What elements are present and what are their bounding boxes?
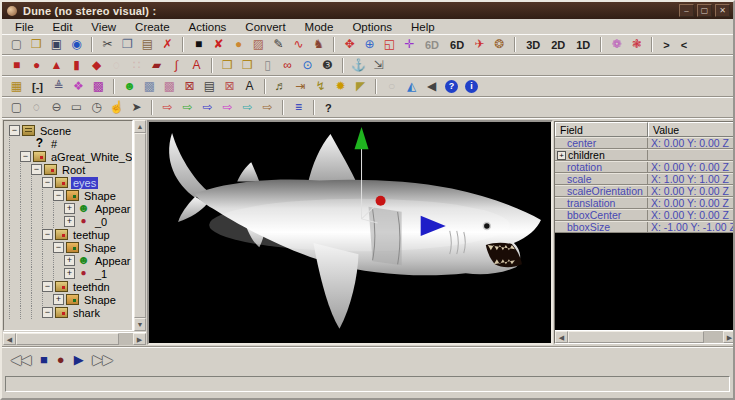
tree-expander[interactable]: −: [31, 164, 42, 175]
background-node-button[interactable]: ◭: [402, 78, 421, 95]
fast-forward-button[interactable]: ▶▶: [93, 350, 113, 370]
color-interpolator-button[interactable]: ⇨: [198, 99, 217, 116]
tree-label[interactable]: eyes: [71, 177, 98, 189]
cut-routes-button[interactable]: ✘: [209, 36, 228, 53]
elevation-grid-button[interactable]: ▰: [147, 57, 166, 74]
tree-label[interactable]: shark: [71, 307, 102, 319]
tree-label[interactable]: Shape: [82, 190, 118, 202]
audio-clip-button[interactable]: ⇥: [291, 78, 310, 95]
rewind-button[interactable]: ◀◀: [11, 350, 31, 370]
minimize-button[interactable]: –: [679, 4, 694, 17]
menu-options[interactable]: Options: [343, 21, 402, 33]
point-set-button[interactable]: ∷: [127, 57, 146, 74]
delete-button[interactable]: ✗: [158, 36, 177, 53]
collision-node-button[interactable]: ∞: [278, 57, 297, 74]
tree-node-#[interactable]: ?#: [4, 137, 132, 150]
field-name[interactable]: scale: [555, 174, 648, 184]
tree-expander[interactable]: −: [42, 281, 53, 292]
tree-label[interactable]: Appear: [93, 203, 132, 215]
normal-interpolator-button[interactable]: ⇨: [258, 99, 277, 116]
field-row-rotation[interactable]: rotationX: 0.00 Y: 0.00 Z: [555, 161, 733, 173]
point-light-button[interactable]: ✹: [331, 78, 350, 95]
scrollbar-thumb[interactable]: [568, 331, 704, 343]
field-row-center[interactable]: centerX: 0.00 Y: 0.00 Z: [555, 137, 733, 149]
pixel-texture-button[interactable]: [-]: [27, 81, 48, 93]
view-2d-button[interactable]: 2D: [546, 39, 570, 51]
tree-node-appear[interactable]: +☻Appear: [4, 202, 132, 215]
prev-selection-button[interactable]: <: [676, 39, 692, 51]
unselect-button[interactable]: ■: [189, 36, 208, 53]
cut-button[interactable]: ✂: [98, 36, 117, 53]
texture-cycle-button[interactable]: ❃: [627, 36, 646, 53]
title-bar[interactable]: Dune (no stereo visual) : – ▢ ✕: [2, 2, 733, 19]
open-file-button[interactable]: ❒: [27, 36, 46, 53]
lod-node-button[interactable]: ⊙: [298, 57, 317, 74]
tree-node-shape[interactable]: −Shape: [4, 241, 132, 254]
scroll-right-button[interactable]: ▶: [133, 333, 146, 345]
field-row-scale[interactable]: scaleX: 1.00 Y: 1.00 Z: [555, 173, 733, 185]
extrusion-button[interactable]: ∫: [167, 57, 186, 74]
dodecahedron-node-button[interactable]: ◆: [87, 57, 106, 74]
paste-button[interactable]: ▤: [138, 36, 157, 53]
tree-expander[interactable]: +: [64, 203, 75, 214]
field-row-children[interactable]: +children: [555, 149, 733, 161]
close-button[interactable]: ✕: [715, 4, 730, 17]
info-ball-button[interactable]: i: [465, 80, 478, 93]
field-value[interactable]: X: 1.00 Y: 1.00 Z: [648, 174, 733, 184]
tree-label[interactable]: Shape: [82, 242, 118, 254]
field-value[interactable]: X: -1.00 Y: -1.00 Z: [648, 222, 733, 232]
proximity-sensor-button[interactable]: ▢: [7, 99, 26, 116]
drag-sensor-button[interactable]: ➤: [127, 99, 146, 116]
transform-node-button[interactable]: ❒: [238, 57, 257, 74]
field-name[interactable]: scaleOrientation: [555, 186, 648, 196]
tree-expander[interactable]: −: [42, 177, 53, 188]
viewport-canvas[interactable]: [149, 122, 551, 343]
tree-label[interactable]: Shape: [82, 294, 118, 306]
tree-node-appear[interactable]: +☻Appear: [4, 254, 132, 267]
sound-node-button[interactable]: ♬: [271, 78, 290, 95]
value-column-header[interactable]: Value: [648, 122, 733, 137]
tree-node-shape[interactable]: +Shape: [4, 293, 132, 306]
menu-mode[interactable]: Mode: [296, 21, 344, 33]
texture-coordinate-button[interactable]: ▩: [140, 78, 159, 95]
billboard-node-button[interactable]: ▯: [258, 57, 277, 74]
switch-node-button[interactable]: ❸: [318, 57, 337, 74]
tree-label[interactable]: Appear: [93, 255, 132, 267]
tree-label[interactable]: teethup: [71, 229, 112, 241]
box-node-button[interactable]: ■: [7, 57, 26, 74]
cylinder-node-button[interactable]: ▮: [67, 57, 86, 74]
y-axis-arrow[interactable]: [355, 127, 369, 149]
scale-mode-button[interactable]: ◱: [380, 36, 399, 53]
spot-light-button[interactable]: ◤: [351, 78, 370, 95]
field-name[interactable]: bboxCenter: [555, 210, 648, 220]
tree-expander[interactable]: −: [20, 151, 31, 162]
menu-convert[interactable]: Convert: [236, 21, 295, 33]
group-node-button[interactable]: ❒: [218, 57, 237, 74]
nurbs-sphere-button[interactable]: ◌: [107, 57, 126, 74]
tree-expander[interactable]: +: [64, 255, 75, 266]
navigation-info-button[interactable]: ◀: [422, 78, 441, 95]
shark-model[interactable]: [169, 133, 541, 329]
cubemap-texture-button[interactable]: ▩: [160, 78, 179, 95]
field-value[interactable]: X: 0.00 Y: 0.00 Z: [648, 210, 733, 220]
stop-button[interactable]: ■: [40, 350, 48, 370]
field-name[interactable]: rotation: [555, 162, 648, 172]
lasso-button[interactable]: ∿: [289, 36, 308, 53]
material-node-button[interactable]: ☻: [120, 78, 139, 95]
view-1d-button[interactable]: 1D: [571, 39, 595, 51]
tree-expander[interactable]: −: [42, 307, 53, 318]
field-value[interactable]: X: 0.00 Y: 0.00 Z: [648, 138, 733, 148]
texture-edit-button[interactable]: ▨: [249, 36, 268, 53]
field-value[interactable]: X: 0.00 Y: 0.00 Z: [648, 186, 733, 196]
tree-vertical-scrollbar[interactable]: ▲ ▼: [133, 120, 146, 331]
next-selection-button[interactable]: >: [658, 39, 674, 51]
visibility-sensor-button[interactable]: ◌: [27, 99, 46, 116]
preview-button[interactable]: ◉: [67, 36, 86, 53]
tree-node-scene[interactable]: −Scene: [4, 124, 132, 137]
new-file-button[interactable]: ▢: [7, 36, 26, 53]
tree-expander[interactable]: +: [53, 294, 64, 305]
field-name[interactable]: +children: [555, 150, 648, 160]
field-name[interactable]: translation: [555, 198, 648, 208]
fog-node-button[interactable]: ○: [382, 78, 401, 95]
tree-expander[interactable]: −: [9, 125, 20, 136]
